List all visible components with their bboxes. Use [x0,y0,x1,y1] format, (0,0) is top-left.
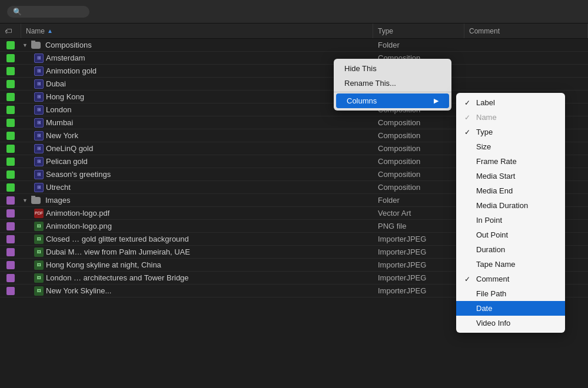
comp-icon: ⊞ [34,183,44,192]
type-cell: Vector Art [373,209,464,218]
item-name: Dubai M… view from Palm Jumeirah, UAE [46,247,190,256]
submenu-item-frame-rate[interactable]: Frame Rate [456,154,565,169]
submenu-item-label: Size [476,142,491,151]
list-item[interactable]: ⊞Animotion goldComposition [0,65,588,78]
submenu-item-media-end[interactable]: Media End [456,183,565,198]
label-cell [0,91,21,103]
item-name: London … architectures and Tower Bridge [46,273,189,282]
submenu-item-media-start[interactable]: Media Start [456,169,565,183]
submenu-arrow-icon: ▶ [434,97,438,105]
img-icon: 🖼 [34,273,44,283]
folder-icon [31,197,41,204]
label-icon: 🏷 [5,27,12,35]
submenu-item-label: Video Info [476,319,510,327]
type-cell: Folder [373,196,464,205]
label-cell [0,78,21,90]
item-name: Mumbai [46,118,73,127]
label-cell [0,39,21,51]
submenu-item-label: Tape Name [476,260,515,269]
name-cell: PDFAnimotion-logo.pdf [21,209,373,218]
type-cell: ImporterJPEG [373,235,464,243]
rename-this-button[interactable]: Rename This... [334,76,451,91]
submenu-item-label: Label [476,98,495,107]
expand-chevron-icon: ▼ [22,198,28,203]
list-item[interactable]: ⊞AmsterdamComposition [0,52,588,65]
item-name: New York Skyline... [46,286,111,295]
comp-icon: ⊞ [34,170,44,179]
submenu-item-label: Media Start [476,172,515,180]
item-name: Animotion gold [46,66,97,75]
label-cell [0,194,21,206]
columns-submenu-button[interactable]: Columns ▶ [336,93,449,108]
folder-icon [31,42,41,49]
label-cell [0,272,21,284]
type-cell: Composition [373,131,464,140]
label-cell [0,116,21,129]
submenu-item-duration[interactable]: Duration [456,242,565,257]
name-column-header[interactable]: Name ▲ [21,24,373,38]
label-cell [0,65,21,77]
submenu-item-label: Out Point [476,230,508,239]
hide-this-button[interactable]: Hide This [334,61,451,76]
type-column-header[interactable]: Type [373,24,464,38]
submenu-item-media-duration[interactable]: Media Duration [456,198,565,213]
type-cell: Composition [373,183,464,192]
comp-icon: ⊞ [34,144,44,153]
submenu-item-label: Frame Rate [476,157,517,166]
label-cell [0,259,21,271]
checkmark-icon: ✓ [464,275,471,283]
submenu-item-out-point[interactable]: Out Point [456,228,565,242]
comment-column-header[interactable]: Comment [464,24,588,38]
submenu-item-name[interactable]: ✓Name [456,110,565,125]
name-cell: ⊞London [21,105,373,115]
name-cell: ⊞Mumbai [21,118,373,128]
item-name: Hong Kong skyline at night, China [46,260,161,269]
label-cell [0,246,21,258]
type-cell: PNG file [373,222,464,230]
submenu-item-comment[interactable]: ✓Comment [456,272,565,286]
name-cell: ⊞Amsterdam [21,53,373,63]
submenu-item-tape-name[interactable]: Tape Name [456,257,565,272]
submenu-item-label: Media End [476,186,513,195]
comp-icon: ⊞ [34,53,44,63]
submenu-item-date[interactable]: Date [456,301,565,316]
submenu-item-type[interactable]: ✓Type [456,125,565,139]
name-cell: ▼ Images [21,196,373,205]
name-cell: ⊞Pelican gold [21,157,373,166]
item-name: London [46,105,71,114]
item-name: Pelican gold [46,157,88,166]
comp-icon: ⊞ [34,92,44,102]
submenu-item-video-info[interactable]: Video Info [456,316,565,330]
type-cell: ImporterJPEG [373,247,464,256]
comp-icon: ⊞ [34,105,44,115]
folder-name: Images [45,196,71,205]
sort-arrow-icon: ▲ [47,28,53,34]
type-cell: Composition [373,118,464,127]
submenu-item-label: In Point [476,216,502,225]
submenu-item-label: Type [476,128,493,136]
checkmark-icon: ✓ [464,128,471,136]
name-cell: ⊞Season's greetings [21,170,373,179]
compositions-folder-row[interactable]: ▼ Compositions Folder [0,39,588,52]
item-name: Utrecht [46,183,71,192]
submenu-item-label: Name [476,113,497,122]
label-column-header[interactable]: 🏷 [0,24,21,38]
type-cell: ImporterJPEG [373,260,464,269]
submenu-item-size[interactable]: Size [456,139,565,154]
item-name: Amsterdam [46,53,85,62]
name-cell: ⊞Utrecht [21,183,373,192]
pdf-icon: PDF [34,209,44,218]
submenu-item-file-path[interactable]: File Path [456,286,565,301]
item-name: New York [46,131,78,140]
label-cell [0,207,21,219]
submenu-item-label[interactable]: ✓Label [456,95,565,110]
search-container[interactable]: 🔍 [7,6,89,18]
type-cell: Composition [373,170,464,179]
label-cell [0,142,21,155]
label-cell [0,129,21,142]
type-cell: Composition [373,157,464,166]
list-item[interactable]: ⊞DubaiComposition [0,78,588,91]
checkmark-icon: ✓ [464,113,471,122]
item-name: Animotion-logo.pdf [46,209,109,218]
submenu-item-in-point[interactable]: In Point [456,213,565,228]
